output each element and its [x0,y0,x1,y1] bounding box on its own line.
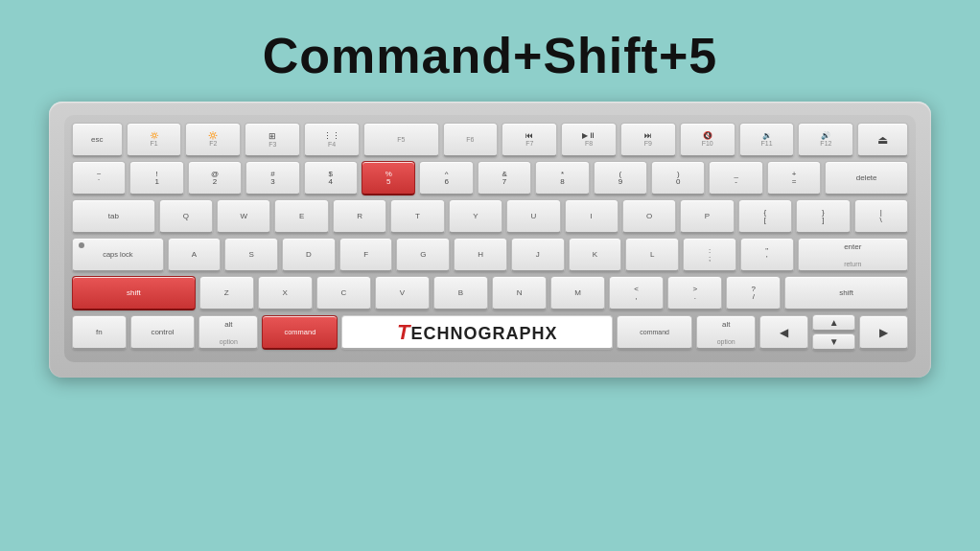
tilde-key[interactable]: ~` [72,161,126,195]
5-key[interactable]: %5 [362,161,415,195]
arrow-up-down-group: ▲ ▼ [812,314,855,351]
arrow-down-key[interactable]: ▼ [812,333,855,351]
title: Command+Shift+5 [263,27,717,84]
k-key[interactable]: K [569,238,622,272]
equals-key[interactable]: += [767,161,821,195]
number-key-row: ~` !1 @2 #3 $4 %5 ^6 &7 *8 (9 )0 _- += d… [72,161,908,195]
slash-key[interactable]: ?/ [726,276,781,310]
y-key[interactable]: Y [449,199,502,234]
1-key[interactable]: !1 [129,161,183,195]
logo-t: T [397,320,410,344]
f-key[interactable]: F [339,238,393,272]
arrow-up-key[interactable]: ▲ [812,314,855,332]
option-left-key[interactable]: altoption [198,315,258,350]
arrow-right-key[interactable]: ▶ [859,315,908,350]
j-key[interactable]: J [511,238,565,272]
3-key[interactable]: #3 [245,161,299,195]
g-key[interactable]: G [396,238,450,272]
x-key[interactable]: X [258,276,313,310]
f4-key[interactable]: ⋮⋮F4 [304,123,360,157]
i-key[interactable]: I [565,199,618,234]
esc-key[interactable]: esc [72,123,123,157]
f5-key[interactable]: F5 [363,123,439,157]
delete-key[interactable]: delete [825,161,908,195]
f10-key[interactable]: 🔇F10 [680,123,735,157]
arrow-left-key[interactable]: ◀ [759,315,808,350]
backslash-key[interactable]: |\ [854,199,908,234]
o-key[interactable]: O [622,199,676,234]
r-key[interactable]: R [333,199,386,234]
qwerty-row: tab Q W E R T Y U I O P {[ }] |\ [72,199,908,234]
open-bracket-key[interactable]: {[ [738,199,792,234]
c-key[interactable]: C [316,276,371,310]
q-key[interactable]: Q [159,199,213,234]
control-key[interactable]: control [130,315,196,350]
f6-key[interactable]: F6 [443,123,499,157]
4-key[interactable]: $4 [304,161,358,195]
comma-key[interactable]: <, [609,276,664,310]
e-key[interactable]: E [274,199,328,234]
command-right-key[interactable]: command [617,315,692,350]
asdf-row: caps lock A S D F G H J K L :; "' enterr… [72,238,908,272]
semicolon-key[interactable]: :; [683,238,736,272]
f11-key[interactable]: 🔉F11 [739,123,795,157]
caps-lock-key[interactable]: caps lock [72,238,164,272]
v-key[interactable]: V [375,276,430,310]
l-key[interactable]: L [625,238,679,272]
0-key[interactable]: )0 [651,161,705,195]
8-key[interactable]: *8 [535,161,589,195]
spacebar-key[interactable]: TECHNOGRAPHX [341,315,613,350]
n-key[interactable]: N [492,276,547,310]
quote-key[interactable]: "' [740,238,794,272]
f8-key[interactable]: ▶⏸F8 [561,123,617,157]
zxcv-row: shift Z X C V B N M <, >. ?/ shift [72,276,908,310]
function-key-row: esc 🔅F1 🔆F2 ⊞F3 ⋮⋮F4 F5 F6 ⏮F7 ▶⏸F8 ⏭F9 … [72,123,908,157]
z-key[interactable]: Z [199,276,254,310]
logo: TECHNOGRAPHX [397,320,557,345]
s-key[interactable]: S [224,238,278,272]
shift-right-key[interactable]: shift [784,276,908,310]
fn-key[interactable]: fn [72,315,127,350]
p-key[interactable]: P [680,199,734,234]
option-right-key[interactable]: altoption [696,315,756,350]
a-key[interactable]: A [168,238,222,272]
keyboard: esc 🔅F1 🔆F2 ⊞F3 ⋮⋮F4 F5 F6 ⏮F7 ▶⏸F8 ⏭F9 … [64,115,916,362]
h-key[interactable]: H [454,238,507,272]
b-key[interactable]: B [433,276,488,310]
f2-key[interactable]: 🔆F2 [185,123,241,157]
w-key[interactable]: W [217,199,270,234]
f3-key[interactable]: ⊞F3 [245,123,300,157]
m-key[interactable]: M [550,276,605,310]
minus-key[interactable]: _- [709,161,762,195]
f9-key[interactable]: ⏭F9 [620,123,676,157]
shift-left-key[interactable]: shift [72,276,196,310]
f7-key[interactable]: ⏮F7 [502,123,557,157]
period-key[interactable]: >. [667,276,722,310]
tab-key[interactable]: tab [72,199,155,234]
9-key[interactable]: (9 [594,161,647,195]
2-key[interactable]: @2 [188,161,242,195]
enter-key[interactable]: enterreturn [798,238,908,272]
close-bracket-key[interactable]: }] [796,199,850,234]
t-key[interactable]: T [390,199,444,234]
6-key[interactable]: ^6 [419,161,473,195]
modifier-row: fn control altoption command TECHNOGRAPH… [72,314,908,351]
f1-key[interactable]: 🔅F1 [127,123,182,157]
command-left-key[interactable]: command [262,315,338,350]
7-key[interactable]: &7 [478,161,531,195]
f12-key[interactable]: 🔊F12 [798,123,853,157]
keyboard-wrapper: esc 🔅F1 🔆F2 ⊞F3 ⋮⋮F4 F5 F6 ⏮F7 ▶⏸F8 ⏭F9 … [49,102,931,378]
eject-key[interactable]: ⏏ [857,123,908,157]
d-key[interactable]: D [282,238,336,272]
u-key[interactable]: U [506,199,560,234]
